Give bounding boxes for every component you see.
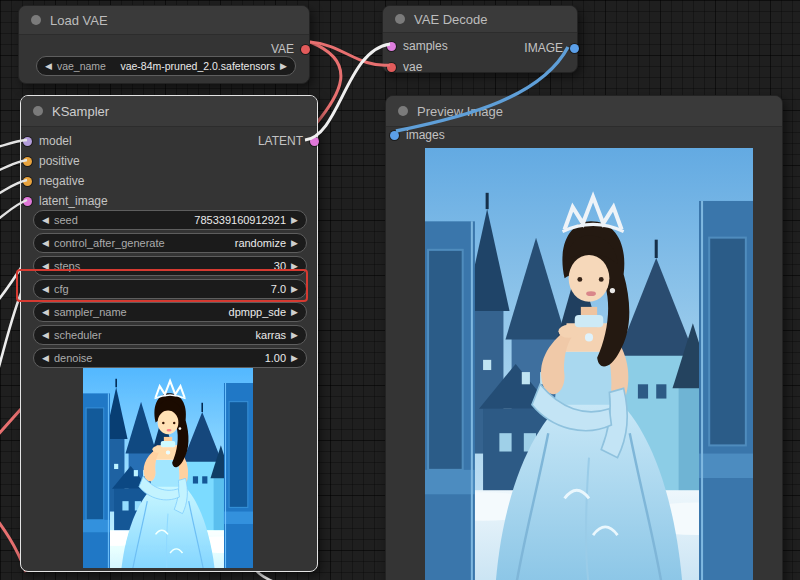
input-label-positive: positive	[39, 154, 80, 168]
output-label-latent: LATENT	[258, 134, 303, 148]
preview-output-image	[425, 148, 753, 580]
increment-arrow-icon[interactable]: ▶	[291, 239, 298, 248]
node-vae-decode[interactable]: VAE Decode samples vae IMAGE	[382, 5, 578, 73]
input-label-model: model	[39, 134, 72, 148]
princess-castle-illustration	[425, 148, 753, 580]
decrement-arrow-icon[interactable]: ◀	[42, 216, 49, 225]
node-title: KSampler	[52, 104, 109, 119]
node-preview-image[interactable]: Preview Image images	[385, 95, 783, 580]
widget-denoise[interactable]: ◀denoise 1.00▶	[33, 348, 307, 368]
widget-control-after-generate[interactable]: ◀control_after_generate randomize▶	[33, 233, 307, 253]
collapse-dot-icon[interactable]	[31, 15, 41, 25]
input-dot-negative[interactable]	[23, 177, 32, 186]
input-label-samples: samples	[403, 39, 448, 53]
output-label-vae: VAE	[271, 42, 294, 56]
widget-sampler-name[interactable]: ◀sampler_name dpmpp_sde▶	[33, 302, 307, 322]
decrement-arrow-icon[interactable]: ◀	[42, 285, 49, 294]
widget-cfg[interactable]: ◀cfg 7.0▶	[33, 279, 307, 299]
node-vae-decode-titlebar[interactable]: VAE Decode	[383, 6, 577, 33]
node-ksampler[interactable]: KSampler model positive negative latent_…	[20, 95, 318, 572]
widget-steps[interactable]: ◀steps 30▶	[33, 256, 307, 276]
decrement-arrow-icon[interactable]: ◀	[42, 308, 49, 317]
input-label-images: images	[406, 128, 445, 142]
input-label-latent-image: latent_image	[39, 194, 108, 208]
input-dot-samples[interactable]	[387, 42, 396, 51]
output-dot-latent[interactable]	[310, 137, 319, 146]
wire-vae-to-decode	[310, 42, 390, 65]
input-label-vae: vae	[403, 60, 422, 74]
collapse-dot-icon[interactable]	[395, 14, 405, 24]
collapse-dot-icon[interactable]	[398, 106, 408, 116]
increment-arrow-icon[interactable]: ▶	[291, 354, 298, 363]
increment-arrow-icon[interactable]: ▶	[291, 285, 298, 294]
input-dot-latent-image[interactable]	[23, 197, 32, 206]
node-load-vae[interactable]: Load VAE VAE ◀vae_name vae-84m-pruned_2.…	[18, 5, 310, 84]
input-dot-positive[interactable]	[23, 157, 32, 166]
widget-scheduler[interactable]: ◀scheduler karras▶	[33, 325, 307, 345]
increment-arrow-icon[interactable]: ▶	[280, 62, 287, 71]
decrement-arrow-icon[interactable]: ◀	[42, 262, 49, 271]
collapse-dot-icon[interactable]	[33, 106, 43, 116]
widget-vae-name[interactable]: ◀vae_name vae-84m-pruned_2.0.safetensors…	[36, 56, 296, 76]
node-load-vae-titlebar[interactable]: Load VAE	[19, 6, 309, 35]
increment-arrow-icon[interactable]: ▶	[291, 262, 298, 271]
output-dot-image[interactable]	[570, 44, 579, 53]
decrement-arrow-icon[interactable]: ◀	[42, 354, 49, 363]
decrement-arrow-icon[interactable]: ◀	[42, 331, 49, 340]
increment-arrow-icon[interactable]: ▶	[291, 331, 298, 340]
node-title: Preview Image	[417, 104, 503, 119]
input-dot-images[interactable]	[390, 131, 399, 140]
input-label-negative: negative	[39, 174, 84, 188]
ksampler-preview-image	[83, 368, 253, 568]
princess-castle-illustration	[83, 368, 253, 568]
increment-arrow-icon[interactable]: ▶	[291, 216, 298, 225]
node-title: Load VAE	[50, 13, 108, 28]
node-preview-image-titlebar[interactable]: Preview Image	[386, 96, 782, 127]
decrement-arrow-icon[interactable]: ◀	[45, 62, 52, 71]
input-dot-vae[interactable]	[387, 63, 396, 72]
node-ksampler-titlebar[interactable]: KSampler	[21, 96, 317, 127]
output-label-image: IMAGE	[524, 41, 563, 55]
decrement-arrow-icon[interactable]: ◀	[42, 239, 49, 248]
widget-seed[interactable]: ◀seed 785339160912921▶	[33, 210, 307, 230]
increment-arrow-icon[interactable]: ▶	[291, 308, 298, 317]
output-dot-vae[interactable]	[301, 45, 310, 54]
input-dot-model[interactable]	[23, 137, 32, 146]
node-title: VAE Decode	[414, 12, 487, 27]
